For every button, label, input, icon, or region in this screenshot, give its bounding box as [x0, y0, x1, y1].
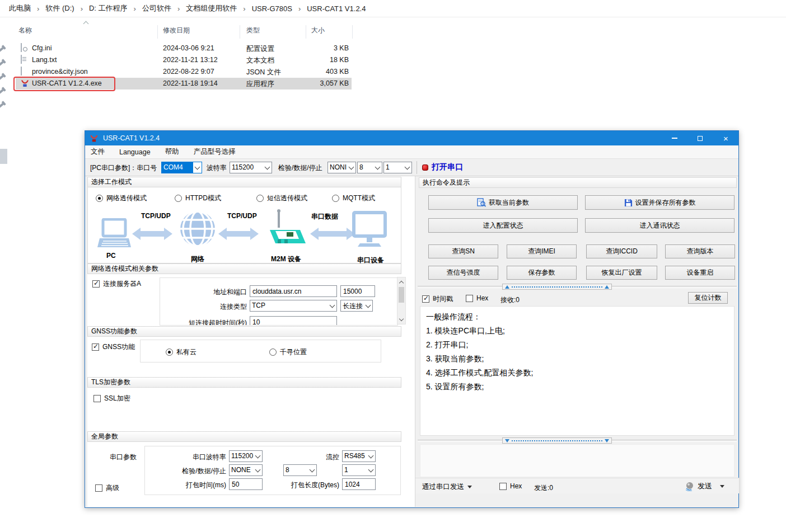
- parity-select[interactable]: NONI: [328, 162, 356, 173]
- net-scrollbar[interactable]: [397, 277, 406, 324]
- column-header-type[interactable]: 类型: [246, 26, 260, 35]
- file-type: 应用程序: [246, 79, 274, 89]
- file-row[interactable]: Cfg.ini 2024-03-06 9:21 配置设置 3 KB: [16, 43, 352, 54]
- radio-private-cloud[interactable]: 私有云: [166, 347, 196, 357]
- conn-type-select[interactable]: TCP: [250, 300, 337, 312]
- column-separator[interactable]: [306, 25, 306, 39]
- g-baud-select[interactable]: 115200: [229, 450, 263, 462]
- column-header-name[interactable]: 名称: [18, 26, 32, 35]
- timeout-label: 短连接超时时间(秒): [171, 318, 247, 325]
- checkbox-icon: [92, 343, 99, 351]
- send-input-area[interactable]: [420, 444, 734, 477]
- menu-file[interactable]: 文件: [91, 147, 105, 157]
- diagram-link2-label: TCP/UDP: [227, 212, 257, 220]
- splitter-dots: [512, 286, 602, 288]
- receive-log-area[interactable]: 一般操作流程： 1. 模块连PC串口,上电; 2. 打开串口; 3. 获取当前参…: [420, 306, 734, 436]
- send-via-serial-dropdown[interactable]: 通过串口发送: [422, 482, 472, 492]
- breadcrumb-item[interactable]: 此电脑: [9, 3, 31, 13]
- column-separator[interactable]: [240, 25, 240, 39]
- radio-sms[interactable]: 短信透传模式: [256, 194, 307, 203]
- file-size: 3 KB: [296, 44, 349, 52]
- enter-config-button[interactable]: 进入配置状态: [428, 218, 578, 233]
- maximize-button[interactable]: [687, 131, 713, 145]
- minimize-button[interactable]: [662, 131, 687, 145]
- factory-reset-button[interactable]: 恢复出厂设置: [586, 266, 657, 280]
- breadcrumb-item[interactable]: 文档组使用软件: [186, 3, 237, 13]
- text-file-icon: [21, 55, 29, 64]
- server-port-input[interactable]: [340, 285, 375, 297]
- timeout-input[interactable]: [250, 316, 337, 325]
- query-imei-button[interactable]: 查询IMEI: [507, 244, 577, 258]
- close-button[interactable]: ×: [713, 131, 738, 145]
- gnss-enable-checkbox[interactable]: GNSS功能: [92, 342, 135, 352]
- file-name: Lang.txt: [32, 56, 57, 64]
- pack-len-input[interactable]: [342, 478, 376, 490]
- file-row[interactable]: Lang.txt 2022-11-21 13:12 文本文档 18 KB: [16, 54, 352, 66]
- column-header-size[interactable]: 大小: [311, 26, 325, 35]
- com-port-select[interactable]: COM4: [161, 162, 202, 173]
- breadcrumb-separator-icon: ›: [243, 4, 245, 13]
- timestamp-checkbox[interactable]: 时间戳: [422, 294, 453, 304]
- column-separator[interactable]: [352, 25, 353, 39]
- enter-comm-button[interactable]: 进入通讯状态: [585, 218, 734, 233]
- device-reboot-button[interactable]: 设备重启: [665, 266, 735, 280]
- open-serial-button[interactable]: 打开串口: [422, 162, 463, 172]
- g-parity-select[interactable]: NONE: [229, 464, 263, 476]
- chevron-down-icon: [720, 485, 724, 488]
- breadcrumb-item[interactable]: D: 工作程序: [89, 3, 128, 13]
- query-version-button[interactable]: 查询版本: [665, 244, 735, 258]
- checkbox-icon: [422, 295, 429, 303]
- serial-closed-indicator-icon: [422, 164, 428, 171]
- pack-time-input[interactable]: [229, 478, 263, 490]
- file-type: 配置设置: [246, 44, 274, 54]
- server-address-input[interactable]: [250, 285, 337, 297]
- scrollbar-thumb[interactable]: [399, 287, 404, 303]
- splitter-handle[interactable]: [502, 284, 612, 290]
- ssl-checkbox[interactable]: SSL加密: [93, 394, 130, 403]
- stopbits-select[interactable]: 1: [383, 162, 412, 173]
- keepalive-select[interactable]: 长连接: [340, 300, 373, 312]
- g-stopbits-select[interactable]: 1: [342, 464, 376, 476]
- set-save-all-button[interactable]: 设置并保存所有参数: [585, 195, 734, 210]
- menu-language[interactable]: Language: [119, 148, 151, 156]
- title-bar: USR-CAT1 V1.2.4 ×: [85, 131, 738, 145]
- menu-product-model[interactable]: 产品型号选择: [194, 147, 236, 157]
- work-mode-header: 选择工作模式: [87, 177, 401, 187]
- radio-mqtt[interactable]: MQTT模式: [332, 194, 375, 203]
- query-sn-button[interactable]: 查询SN: [428, 244, 498, 258]
- breadcrumb-item[interactable]: 软件 (D:): [45, 3, 74, 13]
- get-params-button[interactable]: 获取当前参数: [428, 195, 578, 210]
- g-databits-select[interactable]: 8: [283, 464, 317, 476]
- column-header-date[interactable]: 修改日期: [163, 26, 190, 35]
- menu-help[interactable]: 帮助: [165, 147, 179, 157]
- radio-httpd[interactable]: HTTPD模式: [175, 194, 221, 203]
- scroll-up-icon[interactable]: [397, 277, 405, 286]
- baud-select[interactable]: 115200: [230, 162, 272, 173]
- g-flow-select[interactable]: RS485: [342, 450, 376, 462]
- reset-counter-button[interactable]: 复位计数: [688, 292, 728, 304]
- server-a-checkbox[interactable]: 连接服务器A: [92, 279, 141, 289]
- save-icon: [624, 199, 633, 207]
- radio-icon: [269, 349, 277, 356]
- save-params-button[interactable]: 保存参数: [507, 266, 577, 280]
- radio-icon: [166, 349, 173, 356]
- column-separator[interactable]: [157, 25, 158, 39]
- radio-net-transparent[interactable]: 网络透传模式: [96, 194, 147, 203]
- serial-toolbar: [PC串口参数]：串口号 COM4 波特率 115200 检验/数据/停止 NO…: [85, 159, 738, 176]
- breadcrumb-item[interactable]: 公司软件: [142, 3, 171, 13]
- databits-select[interactable]: 8: [357, 162, 382, 173]
- splitter-handle[interactable]: [502, 437, 612, 444]
- query-signal-button[interactable]: 查信号强度: [428, 266, 498, 280]
- query-iccid-button[interactable]: 查询ICCID: [586, 244, 657, 258]
- breadcrumb-item[interactable]: USR-G780S: [252, 4, 292, 13]
- clipped-window-fragment: [0, 149, 7, 164]
- send-button[interactable]: 发送: [685, 481, 724, 491]
- send-hex-checkbox[interactable]: Hex: [499, 482, 522, 490]
- advanced-checkbox[interactable]: 高级: [95, 483, 119, 493]
- scroll-down-icon[interactable]: [397, 316, 405, 324]
- recv-hex-checkbox[interactable]: Hex: [466, 294, 488, 302]
- file-row[interactable]: province&city.json 2022-08-22 9:07 JSON …: [16, 66, 352, 78]
- radio-qianxun[interactable]: 千寻位置: [269, 347, 307, 357]
- pinned-shortcut-icon: [0, 74, 5, 80]
- breadcrumb-item[interactable]: USR-CAT1 V1.2.4: [307, 4, 366, 13]
